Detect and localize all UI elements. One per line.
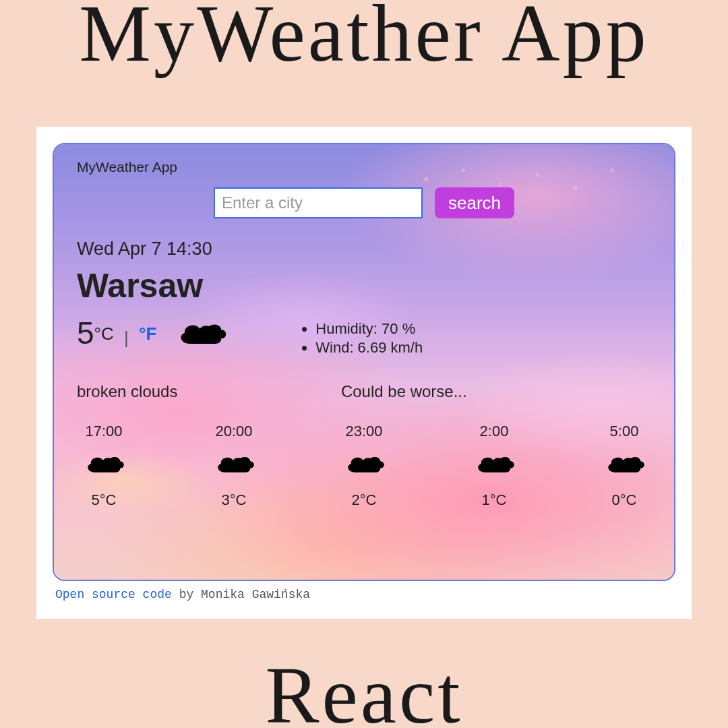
- forecast-time: 20:00: [212, 423, 255, 440]
- app-frame: MyWeather App search Wed Apr 7 14:30 War…: [36, 127, 692, 619]
- cloud-icon: [174, 315, 228, 351]
- cloud-icon: [603, 450, 646, 478]
- forecast-temp: 5°C: [82, 491, 125, 509]
- forecast-time: 23:00: [342, 423, 386, 440]
- forecast-temp: 3°C: [212, 491, 255, 509]
- weather-card: MyWeather App search Wed Apr 7 14:30 War…: [53, 143, 675, 581]
- forecast-temp: 0°C: [603, 491, 646, 509]
- wind-item: Wind: 6.69 km/h: [315, 339, 423, 357]
- forecast-time: 17:00: [82, 423, 125, 440]
- forecast-item: 17:00 5°C: [82, 423, 125, 509]
- footer-author: by Monika Gawińska: [172, 588, 310, 601]
- forecast-item: 23:00 2°C: [342, 423, 386, 509]
- forecast-temp: 2°C: [342, 491, 386, 509]
- unit-celsius[interactable]: °C: [94, 324, 114, 344]
- cloud-icon: [82, 450, 125, 478]
- forecast-time: 5:00: [603, 423, 646, 440]
- cloud-icon: [342, 450, 386, 478]
- search-button[interactable]: search: [435, 187, 514, 218]
- forecast-row: 17:00 5°C 20:00 3°C 23:00 2°C 2:00: [77, 423, 651, 509]
- bottom-script-title: React: [0, 655, 728, 728]
- humidity-item: Humidity: 70 %: [315, 320, 423, 338]
- search-row: search: [77, 187, 651, 218]
- source-code-link[interactable]: Open source code: [55, 588, 172, 601]
- city-name: Warsaw: [77, 266, 651, 305]
- app-label: MyWeather App: [77, 159, 651, 175]
- forecast-item: 5:00 0°C: [603, 423, 646, 509]
- temperature-block: 5°C | °F: [77, 315, 228, 351]
- temperature-value: 5: [77, 315, 94, 351]
- current-datetime: Wed Apr 7 14:30: [77, 239, 651, 260]
- search-input[interactable]: [214, 187, 423, 218]
- top-script-title: MyWeather App: [0, 0, 728, 74]
- weather-description: broken clouds: [77, 382, 341, 401]
- cloud-icon: [212, 450, 255, 478]
- forecast-temp: 1°C: [473, 491, 516, 509]
- current-weather-row: 5°C | °F Humidity: 70 % Wind: 6.69 km/h: [77, 315, 651, 358]
- cloud-icon: [473, 450, 516, 478]
- forecast-item: 2:00 1°C: [473, 423, 516, 509]
- weather-details-list: Humidity: 70 % Wind: 6.69 km/h: [289, 319, 423, 358]
- temperature-reading: 5°C | °F: [77, 315, 156, 351]
- weather-mood: Could be worse...: [341, 382, 651, 401]
- unit-fahrenheit[interactable]: °F: [139, 324, 156, 344]
- forecast-time: 2:00: [473, 423, 516, 440]
- footer-credit: Open source code by Monika Gawińska: [53, 588, 675, 601]
- description-row: broken clouds Could be worse...: [77, 382, 651, 401]
- unit-separator: |: [119, 328, 133, 348]
- forecast-item: 20:00 3°C: [212, 423, 255, 509]
